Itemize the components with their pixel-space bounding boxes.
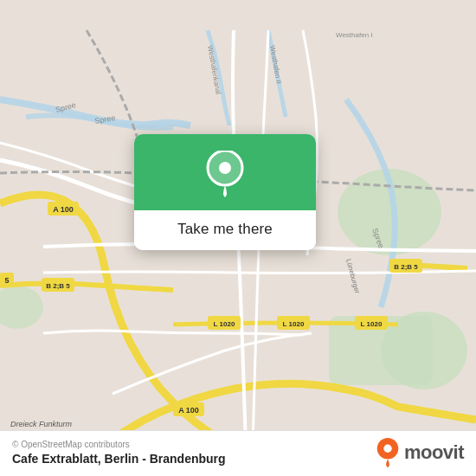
svg-text:5: 5 (4, 276, 9, 285)
svg-text:L 1020: L 1020 (361, 320, 383, 328)
app: A 100 A 100 B 2;B 5 B 2;B 5 L 1020 L 102… (0, 0, 476, 476)
moovit-pin-icon (376, 438, 400, 467)
svg-text:A 100: A 100 (53, 205, 74, 214)
osm-attribution: © OpenStreetMap contributors (12, 440, 226, 449)
location-title: Cafe Extrablatt, Berlin - Brandenburg (12, 452, 226, 466)
bottom-bar: © OpenStreetMap contributors Cafe Extrab… (0, 430, 476, 476)
svg-text:L 1020: L 1020 (214, 320, 235, 328)
svg-text:A 100: A 100 (178, 406, 199, 415)
moovit-logo: moovit (376, 438, 464, 467)
popup-card[interactable]: Take me there (134, 134, 316, 250)
svg-point-33 (383, 445, 391, 453)
bottom-left: © OpenStreetMap contributors Cafe Extrab… (12, 440, 226, 466)
svg-text:L 1020: L 1020 (283, 320, 305, 328)
moovit-text: moovit (404, 441, 464, 464)
svg-text:Dreieck Funkturm: Dreieck Funkturm (10, 420, 73, 428)
svg-point-31 (219, 162, 231, 174)
svg-text:Westhafen I: Westhafen I (336, 31, 373, 39)
svg-text:B 2;B 5: B 2;B 5 (394, 263, 418, 271)
location-pin-icon (204, 153, 246, 195)
popup-green-header (134, 134, 316, 210)
take-me-there-label[interactable]: Take me there (134, 210, 316, 250)
svg-text:B 2;B 5: B 2;B 5 (46, 282, 70, 290)
